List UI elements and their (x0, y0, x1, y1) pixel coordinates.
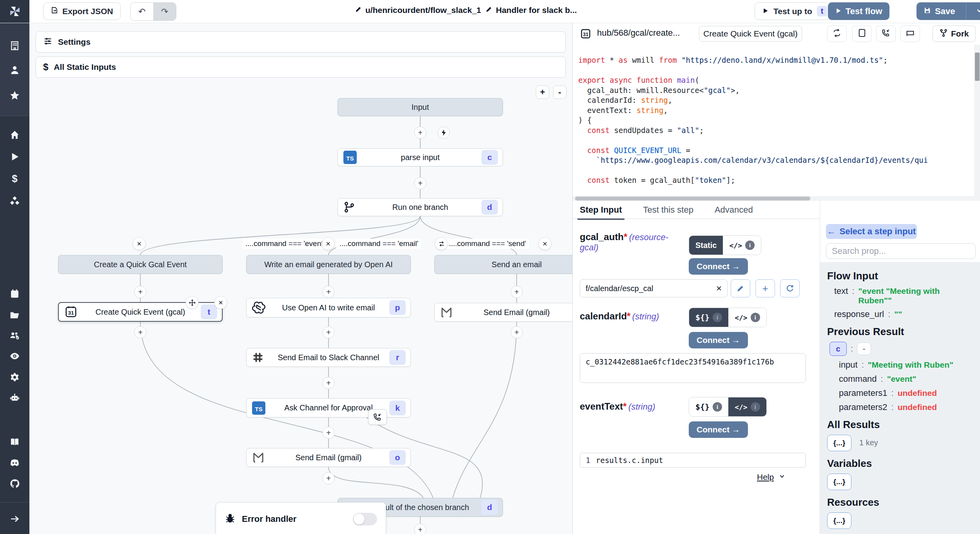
sidebar-item-star[interactable] (0, 87, 29, 104)
select-step-input-button[interactable]: ← Select a step input (826, 224, 917, 239)
flow-input-row[interactable]: response_url:"" (834, 309, 974, 319)
sidebar-item-github[interactable] (0, 475, 29, 492)
add-step-button[interactable]: + (414, 127, 426, 139)
sidebar-item-home[interactable] (0, 126, 29, 143)
suspend-phone-chip[interactable] (368, 409, 387, 425)
sidebar-item-play[interactable] (0, 148, 29, 165)
scrollbar-thumb[interactable] (575, 197, 810, 200)
eventtext-connect-button[interactable]: Connect → (689, 421, 748, 438)
add-step-button[interactable]: + (414, 177, 426, 190)
sidebar-item-folder[interactable] (0, 306, 29, 323)
windmill-logo[interactable] (0, 0, 29, 23)
reload-script-button[interactable] (827, 26, 847, 42)
expand-object-button[interactable]: {...} (827, 435, 851, 451)
remove-branch-button[interactable]: × (539, 237, 552, 250)
sidebar-item-dollar[interactable]: $ (0, 170, 29, 187)
refresh-resource-button[interactable] (780, 279, 800, 297)
mode-javascript[interactable]: </>i (723, 236, 761, 255)
fork-button[interactable]: Fork (933, 26, 976, 42)
sidebar-item-arrow-right[interactable] (0, 510, 29, 527)
mode-javascript[interactable]: </>i (728, 308, 766, 327)
all-static-inputs-bar[interactable]: $ All Static Inputs (36, 56, 566, 78)
tab-advanced[interactable]: Advanced (715, 205, 753, 215)
breadcrumb[interactable]: u/henricourdent/flow_slack_1 (355, 5, 481, 15)
add-step-button[interactable]: + (511, 286, 523, 298)
phone-incoming-icon-button[interactable] (876, 26, 896, 42)
step-id-chip[interactable]: c (829, 342, 847, 356)
add-step-button[interactable]: + (323, 326, 335, 339)
info-icon[interactable]: i (751, 313, 760, 322)
branch-condition-label[interactable]: ....command === 'send' (446, 239, 529, 249)
mode-template[interactable]: ${}i (689, 308, 728, 327)
sidebar-item-building[interactable] (0, 37, 29, 54)
add-step-button[interactable]: + (323, 472, 335, 485)
add-step-button[interactable]: + (414, 524, 426, 534)
sidebar-item-calendar[interactable] (0, 285, 29, 302)
flow-node-branch[interactable]: Run one branchd (338, 198, 503, 216)
search-prop-input[interactable]: Search prop... (826, 243, 976, 259)
code-editor[interactable]: import * as wmill from "https://deno.lan… (573, 45, 980, 201)
redo-button[interactable]: ↷ (153, 3, 176, 20)
help-link[interactable]: Help (757, 472, 786, 482)
test-up-to-button[interactable]: Test up to t (755, 2, 835, 20)
info-icon[interactable]: i (713, 313, 722, 322)
expand-object-button[interactable]: {...} (827, 474, 851, 490)
flow-node-approval[interactable]: TSAsk Channel for Approvalk (246, 398, 411, 417)
calendarid-textarea[interactable]: c_0312442e881ae6fcf1dec23f54916a389f1c17… (580, 353, 806, 383)
move-node-handle[interactable] (186, 296, 199, 309)
add-step-button[interactable]: + (134, 286, 147, 298)
gcal-auth-resource-input[interactable]: f/calendar/escp_cal × (580, 279, 728, 297)
flow-title[interactable]: Handler for slack b... (485, 5, 577, 15)
remove-branch-button[interactable]: × (322, 237, 335, 250)
info-icon[interactable]: i (751, 402, 760, 412)
zoom-out-button[interactable]: - (553, 86, 566, 99)
flow-node-gmail_mid[interactable]: Send Email (gmail)o (246, 448, 411, 467)
flow-settings-bar[interactable]: Settings (36, 31, 566, 53)
flow-node-gcal[interactable]: 31Create Quick Event (gcal)t× (58, 302, 223, 322)
flow-input-row[interactable]: text:"event "Meeting with Ruben"" (834, 286, 974, 305)
scrollbar-thumb[interactable] (975, 53, 980, 81)
info-icon[interactable]: i (713, 402, 722, 412)
add-step-button[interactable]: + (134, 326, 147, 339)
sidebar-item-robot[interactable] (0, 389, 29, 406)
mode-static[interactable]: Static (689, 236, 723, 255)
full-screen-button[interactable] (852, 26, 872, 42)
info-icon[interactable]: i (745, 241, 755, 250)
add-step-button[interactable]: + (323, 286, 335, 298)
cache-icon-button[interactable] (900, 26, 920, 42)
previous-result-row[interactable]: input:"Meeting with Ruben" (839, 360, 974, 370)
mode-template[interactable]: ${}i (689, 397, 728, 416)
sidebar-item-user[interactable] (0, 61, 29, 78)
calendarid-connect-button[interactable]: Connect → (689, 332, 748, 348)
test-flow-button[interactable]: Test flow (828, 2, 889, 20)
sidebar-item-gear[interactable] (0, 368, 29, 386)
tab-step-input[interactable]: Step Input (580, 205, 622, 215)
sidebar-item-book[interactable] (0, 433, 29, 450)
flow-node-parse[interactable]: TSparse inputc (338, 148, 503, 166)
flow-node-input[interactable]: Input (338, 98, 503, 116)
sidebar-item-cubes[interactable] (0, 192, 29, 210)
error-handler-card[interactable]: Error handler (216, 502, 386, 534)
clear-icon[interactable]: × (716, 283, 722, 294)
undo-button[interactable]: ↶ (131, 3, 153, 20)
expand-object-button[interactable]: {...} (827, 512, 851, 529)
mode-javascript[interactable]: </>i (728, 397, 766, 416)
flow-node-slack[interactable]: Send Email to Slack Channelr (246, 348, 411, 367)
error-handler-toggle[interactable] (353, 513, 377, 525)
flow-node-header3[interactable]: Send an email (434, 255, 572, 274)
trigger-lightning-button[interactable] (438, 127, 450, 139)
tab-test-this-step[interactable]: Test this step (643, 205, 693, 215)
step-summary-input[interactable]: Create Quick Event (gcal) (699, 26, 802, 42)
code-vertical-scrollbar[interactable] (974, 45, 980, 201)
collapse-button[interactable]: - (857, 343, 871, 355)
save-button[interactable]: Save (916, 2, 962, 20)
code-horizontal-scrollbar[interactable] (573, 196, 980, 201)
add-resource-button[interactable]: + (755, 279, 775, 297)
add-step-button[interactable]: + (323, 427, 335, 439)
add-step-button[interactable]: + (323, 377, 335, 389)
flow-node-header2[interactable]: Write an email generated by Open AI (246, 255, 411, 274)
sidebar-item-discord[interactable] (0, 454, 29, 471)
edit-resource-button[interactable] (731, 279, 750, 297)
previous-result-row[interactable]: command:"event" (839, 374, 974, 384)
swap-branch-button[interactable] (435, 237, 448, 250)
